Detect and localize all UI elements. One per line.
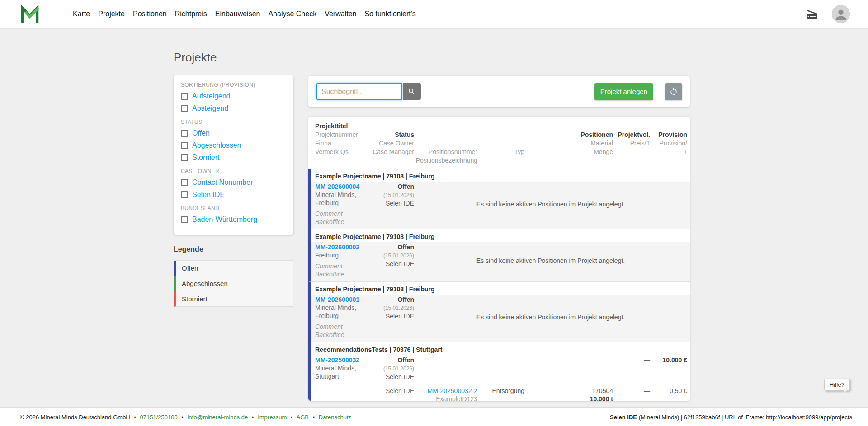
filter-label-offen[interactable]: Offen (192, 129, 210, 137)
project-number-link[interactable]: MM-202500032 (315, 356, 369, 364)
header-case-owner: Case Owner (369, 139, 414, 148)
project-main-cell: MM-202600002 Freiburg Comment Backoffice (315, 243, 369, 278)
footer-separator: • (181, 414, 184, 421)
case-owner: Selen IDE (369, 260, 414, 268)
position-price-per-t: — (613, 387, 650, 401)
user-avatar[interactable] (832, 5, 850, 23)
mineral-minds-logo[interactable] (20, 4, 40, 24)
filter-label-baden-wuerttemberg[interactable]: Baden-Württemberg (192, 215, 257, 224)
project-note-backoffice: Backoffice (315, 270, 369, 278)
footer-link-agb[interactable]: AGB (297, 414, 309, 421)
project-company: Freiburg (315, 251, 360, 259)
footer-link-datenschutz[interactable]: Datenschutz (319, 414, 351, 421)
project-group: Example Projectname | 79108 | Freiburg M… (308, 281, 690, 342)
position-number-link[interactable]: MM-202500032-2 (414, 387, 477, 395)
nav-item-positionen[interactable]: Positionen (129, 10, 171, 18)
case-owner: Selen IDE (369, 312, 414, 320)
project-notes: Comment Backoffice (315, 262, 369, 278)
project-status-cell: Offen (15.01.2026) Selen IDE (369, 356, 414, 381)
search-button[interactable] (403, 83, 421, 100)
project-note-backoffice: Backoffice (315, 218, 369, 226)
help-button[interactable]: Hilfe? (824, 379, 850, 391)
nav-item-einbauweisen[interactable]: Einbauweisen (211, 10, 264, 18)
filter-section-label-sortierung: SORTIERUNG (PROVISION) (181, 82, 286, 88)
legend-label-abgeschlossen: Abgeschlossen (182, 280, 228, 287)
header-material: Material (524, 139, 613, 148)
checkbox-aufsteigend[interactable] (181, 93, 188, 100)
checkbox-storniert[interactable] (181, 154, 188, 161)
position-material: 170504 (524, 387, 613, 395)
filter-option: Storniert (181, 154, 286, 162)
filter-label-contact-nonumber[interactable]: Contact Nonumber (192, 178, 253, 187)
logo-icon (20, 4, 40, 24)
project-number-link[interactable]: MM-202600004 (315, 183, 369, 191)
legend-title: Legende (174, 245, 203, 253)
filter-label-abgeschlossen[interactable]: Abgeschlossen (192, 141, 241, 150)
checkbox-offen[interactable] (181, 130, 188, 137)
case-owner: Selen IDE (369, 199, 414, 207)
project-main-cell: MM-202500032 Mineral Minds, Stuttgart (315, 356, 369, 381)
filter-label-absteigend[interactable]: Absteigend (192, 104, 228, 112)
checkbox-absteigend[interactable] (181, 105, 188, 112)
nav-item-analyse-check[interactable]: Analyse Check (264, 10, 321, 18)
filter-label-storniert[interactable]: Storniert (192, 154, 219, 162)
no-positions-message: Es sind keine aktiven Positionen im Proj… (414, 257, 687, 265)
header-provision-t-2: T (650, 148, 687, 156)
nav-item-verwalten[interactable]: Verwalten (321, 10, 360, 18)
status-badge: Offen (397, 356, 414, 364)
project-number-link[interactable]: MM-202600001 (315, 295, 369, 304)
checkbox-contact-nonumber[interactable] (181, 179, 188, 186)
project-group-title: Example Projectname | 79108 | Freiburg (311, 282, 690, 295)
project-company: Mineral Minds, Stuttgart (315, 364, 360, 380)
header-provision-t-1: Provision/ (650, 139, 687, 148)
filter-option: Aufsteigend (181, 92, 286, 100)
search-input[interactable] (316, 83, 402, 100)
project-status-cell: Offen (15.01.2026) Selen IDE (369, 243, 414, 278)
search-icon (408, 88, 416, 96)
person-icon (833, 7, 849, 23)
project-status-cell: Offen (15.01.2026) Selen IDE (369, 183, 414, 226)
legend-list: Offen Abgeschlossen Storniert (174, 260, 293, 307)
filter-section-label-case-owner: CASE OWNER (181, 168, 286, 174)
footer-left: © 2026 Mineral Minds Deutschland GmbH • … (20, 414, 351, 421)
project-group-title: RecommendationsTests | 70376 | Stuttgart (311, 342, 690, 355)
status-badge: Offen (397, 296, 414, 303)
filter-section-label-bundesland: BUNDESLAND (181, 205, 286, 211)
filter-label-aufsteigend[interactable]: Aufsteigend (192, 92, 231, 100)
nav-item-projekte[interactable]: Projekte (94, 10, 129, 18)
footer-email-link[interactable]: info@mineral-minds.de (187, 414, 248, 421)
header-menge: Menge (524, 148, 613, 156)
create-project-button[interactable]: Projekt anlegen (594, 83, 653, 100)
project-row: MM-202500032 Mineral Minds, Stuttgart Of… (311, 355, 690, 384)
page-title: Projekte (174, 51, 217, 65)
status-date: (15.01.2026) (383, 305, 414, 311)
project-number-link[interactable]: MM-202600002 (315, 243, 369, 251)
scanner-icon[interactable] (805, 7, 819, 21)
position-type: Entsorgung (477, 387, 524, 401)
position-owner: Selen IDE (369, 387, 414, 401)
refresh-button[interactable] (665, 83, 682, 100)
nav-item-richtpreis[interactable]: Richtpreis (171, 10, 211, 18)
footer-link-impressum[interactable]: Impressum (258, 414, 287, 421)
header-positionsnummer: Positionsnummer (414, 148, 477, 156)
checkbox-selen-ide[interactable] (181, 191, 188, 198)
checkbox-baden-wuerttemberg[interactable] (181, 216, 188, 223)
checkbox-abgeschlossen[interactable] (181, 142, 188, 149)
copyright-text: © 2026 Mineral Minds Deutschland GmbH (20, 414, 130, 421)
nav-item-so-funktionierts[interactable]: So funktioniert's (360, 10, 420, 18)
legend-item-offen: Offen (174, 261, 293, 276)
footer-phone-link[interactable]: 07151/250100 (140, 414, 178, 421)
filter-option: Selen IDE (181, 191, 286, 199)
filter-option: Abgeschlossen (181, 141, 286, 150)
table-header: Projekttitel Projektnummer Status Positi… (308, 117, 690, 169)
refresh-icon (669, 87, 678, 96)
position-description: ExampleID123 (414, 395, 477, 401)
project-group: Example Projectname | 79108 | Freiburg M… (308, 169, 690, 229)
nav-item-karte[interactable]: Karte (69, 10, 94, 18)
page-footer: © 2026 Mineral Minds Deutschland GmbH • … (0, 408, 868, 426)
filter-label-selen-ide[interactable]: Selen IDE (192, 191, 225, 199)
case-owner: Selen IDE (369, 373, 414, 381)
position-row: Selen IDE MM-202500032-2 ExampleID123 En… (311, 384, 690, 401)
header-case-manager: Case Manager (369, 148, 414, 156)
project-main-cell: MM-202600004 Mineral Minds, Freiburg Com… (315, 183, 369, 226)
